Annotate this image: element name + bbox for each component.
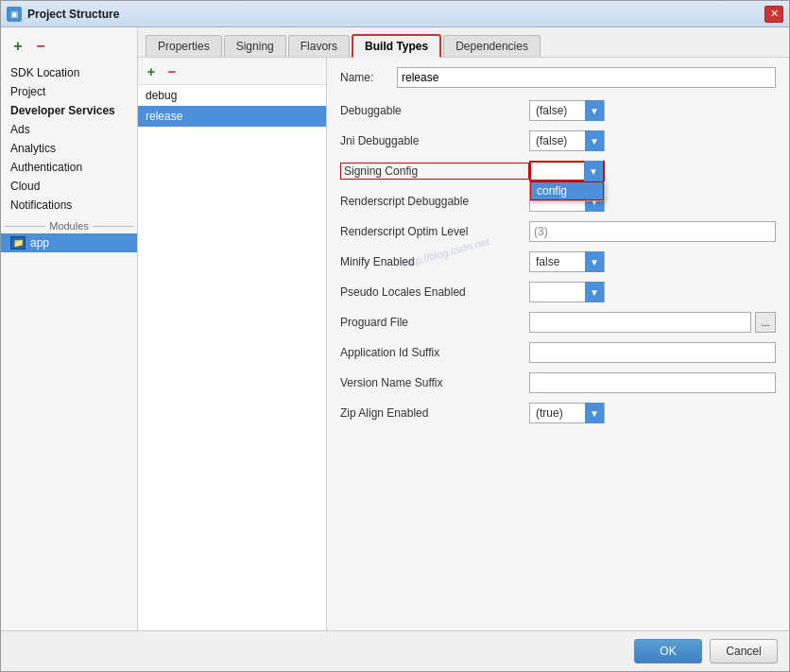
app-id-suffix-row: Application Id Suffix (340, 341, 776, 364)
proguard-file-label: Proguard File (340, 316, 529, 329)
name-row: Name: (340, 67, 776, 88)
signing-config-dropdown-container: ▼ config (529, 161, 605, 181)
dialog-body: + − SDK Location Project Developer Servi… (1, 27, 789, 630)
proguard-file-control: ... (529, 312, 776, 333)
tab-build-types[interactable]: Build Types (352, 34, 441, 58)
jni-debuggable-arrow[interactable]: ▼ (585, 130, 604, 151)
signing-config-arrow[interactable]: ▼ (584, 161, 603, 181)
properties-panel: Name: Debuggable (false) ▼ (327, 58, 789, 630)
minify-enabled-select[interactable]: false ▼ (529, 251, 605, 272)
pseudo-locales-arrow[interactable]: ▼ (585, 282, 604, 302)
build-type-release[interactable]: release (138, 106, 326, 127)
build-type-debug[interactable]: debug (138, 85, 326, 106)
app-icon: ▣ (7, 7, 22, 22)
jni-debuggable-label: Jni Debuggable (340, 134, 529, 147)
tabs-bar: Properties Signing Flavors Build Types D… (138, 27, 789, 58)
debuggable-arrow[interactable]: ▼ (585, 100, 604, 121)
jni-debuggable-control: (false) ▼ (529, 130, 776, 151)
debuggable-row: Debuggable (false) ▼ (340, 99, 776, 122)
build-list-toolbar: + − (138, 58, 326, 85)
debuggable-select[interactable]: (false) ▼ (529, 100, 605, 121)
name-input[interactable] (397, 67, 776, 88)
sidebar-item-developer-services[interactable]: Developer Services (1, 101, 137, 120)
pseudo-locales-control: ▼ (529, 282, 776, 302)
sidebar-item-sdk-location[interactable]: SDK Location (1, 63, 137, 82)
sidebar-item-analytics[interactable]: Analytics (1, 139, 137, 158)
tab-signing[interactable]: Signing (224, 35, 286, 57)
proguard-file-browse-button[interactable]: ... (755, 312, 776, 333)
version-name-suffix-control (529, 372, 776, 393)
minify-enabled-control: false ▼ (529, 251, 776, 272)
sidebar-item-project[interactable]: Project (1, 82, 137, 101)
debuggable-label: Debuggable (340, 104, 529, 117)
remove-button[interactable]: − (31, 37, 50, 56)
signing-config-control: ▼ config (529, 161, 776, 181)
renderscript-optim-label: Renderscript Optim Level (340, 225, 529, 238)
app-id-suffix-input[interactable] (529, 342, 776, 363)
build-list: debug release (138, 85, 326, 630)
jni-debuggable-select[interactable]: (false) ▼ (529, 130, 605, 151)
add-button[interactable]: + (9, 37, 27, 56)
zip-align-control: (true) ▼ (529, 403, 776, 423)
signing-config-row: Signing Config ▼ config (340, 160, 776, 182)
zip-align-select[interactable]: (true) ▼ (529, 403, 605, 423)
minify-enabled-label: Minify Enabled (340, 255, 529, 268)
minify-enabled-row: Minify Enabled false ▼ (340, 250, 776, 273)
build-remove-button[interactable]: − (163, 61, 181, 80)
tab-dependencies[interactable]: Dependencies (443, 35, 541, 57)
cancel-button[interactable]: Cancel (710, 639, 778, 663)
pseudo-locales-select[interactable]: ▼ (529, 282, 605, 302)
icon-letter: ▣ (10, 9, 19, 19)
ok-button[interactable]: OK (634, 639, 702, 663)
main-content: Properties Signing Flavors Build Types D… (138, 27, 789, 630)
debuggable-control: (false) ▼ (529, 100, 776, 121)
minify-enabled-arrow[interactable]: ▼ (585, 251, 604, 272)
signing-config-select[interactable]: ▼ (529, 161, 605, 181)
renderscript-optim-row: Renderscript Optim Level (340, 220, 776, 243)
module-icon: 📁 (10, 236, 26, 250)
version-name-suffix-label: Version Name Suffix (340, 376, 529, 389)
pseudo-locales-label: Pseudo Locales Enabled (340, 285, 529, 299)
pseudo-locales-row: Pseudo Locales Enabled ▼ (340, 281, 776, 303)
close-button[interactable]: ✕ (764, 6, 783, 23)
zip-align-arrow[interactable]: ▼ (585, 403, 604, 423)
sidebar-item-notifications[interactable]: Notifications (1, 196, 137, 215)
app-id-suffix-control (529, 342, 776, 363)
proguard-file-input[interactable] (529, 312, 751, 333)
version-name-suffix-input[interactable] (529, 372, 776, 393)
dialog-footer: OK Cancel (1, 630, 789, 671)
app-id-suffix-label: Application Id Suffix (340, 346, 529, 359)
sidebar-toolbar: + − (1, 33, 137, 60)
name-label: Name: (340, 71, 397, 84)
project-structure-dialog: ▣ Project Structure ✕ + − SDK Location P… (0, 0, 790, 672)
sidebar-item-authentication[interactable]: Authentication (1, 158, 137, 177)
jni-debuggable-row: Jni Debuggable (false) ▼ (340, 129, 776, 152)
build-panel: + − debug release (138, 58, 789, 630)
zip-align-row: Zip Align Enabled (true) ▼ (340, 402, 776, 424)
signing-config-label: Signing Config (340, 163, 529, 180)
sidebar-item-app[interactable]: 📁 app (1, 233, 137, 252)
renderscript-debuggable-label: Renderscript Debuggable (340, 195, 529, 208)
dialog-title: Project Structure (27, 8, 764, 21)
signing-config-option-config[interactable]: config (530, 181, 604, 200)
build-list-panel: + − debug release (138, 58, 327, 630)
modules-divider: Modules (1, 215, 137, 233)
version-name-suffix-row: Version Name Suffix (340, 371, 776, 394)
build-add-button[interactable]: + (142, 61, 161, 80)
tab-flavors[interactable]: Flavors (288, 35, 350, 57)
sidebar: + − SDK Location Project Developer Servi… (1, 27, 138, 630)
tab-properties[interactable]: Properties (146, 35, 222, 57)
title-bar: ▣ Project Structure ✕ (1, 1, 789, 27)
renderscript-optim-control (529, 221, 776, 242)
sidebar-item-cloud[interactable]: Cloud (1, 177, 137, 196)
renderscript-optim-input[interactable] (529, 221, 776, 242)
zip-align-label: Zip Align Enabled (340, 406, 529, 420)
proguard-file-row: Proguard File ... (340, 311, 776, 334)
signing-config-dropdown: config (529, 181, 605, 201)
sidebar-item-ads[interactable]: Ads (1, 120, 137, 139)
